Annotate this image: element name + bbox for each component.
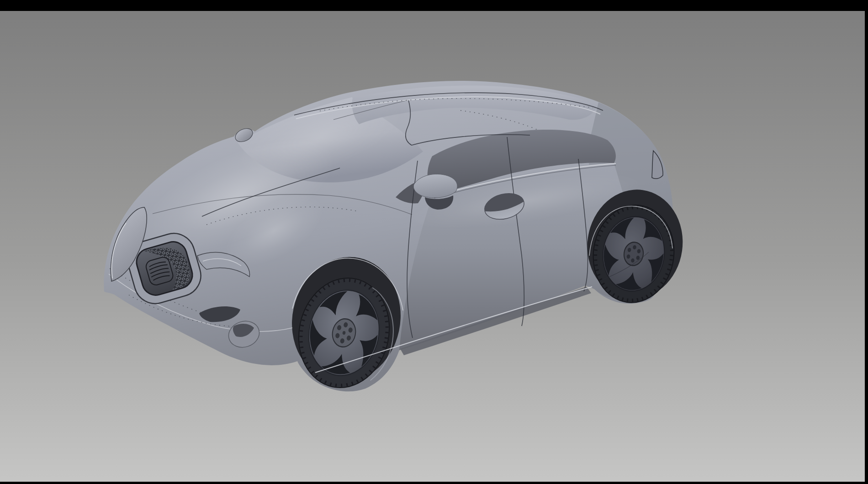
letterbox-right-bar xyxy=(865,0,868,484)
letterbox-bottom-bar xyxy=(0,482,868,484)
car-render[interactable] xyxy=(0,0,868,484)
viewport-background[interactable] xyxy=(0,0,868,484)
car-model xyxy=(104,80,689,397)
letterbox-top-bar xyxy=(0,0,868,11)
